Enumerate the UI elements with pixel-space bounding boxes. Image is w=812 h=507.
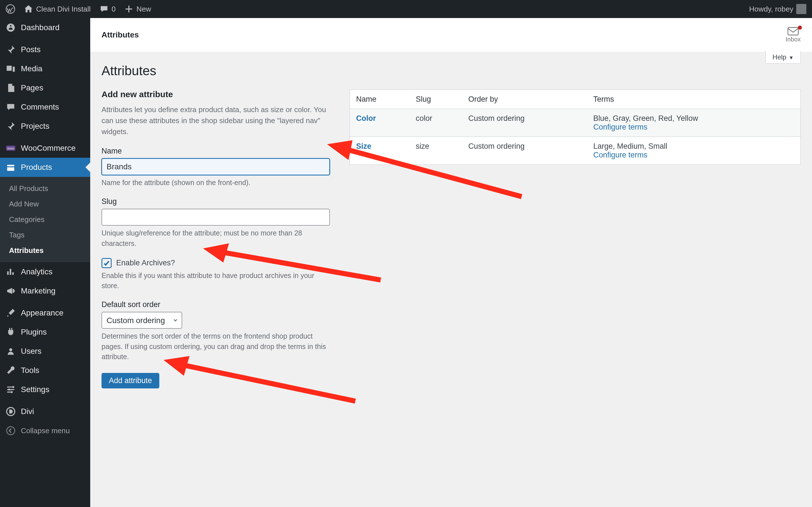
button-label: Add attribute — [109, 376, 152, 385]
configure-terms-link[interactable]: Configure terms — [593, 151, 647, 159]
add-attribute-button[interactable]: Add attribute — [101, 373, 159, 388]
account-link[interactable]: Howdy, robey — [749, 4, 806, 14]
sort-order-select[interactable]: Custom ordering — [101, 312, 182, 329]
form-intro: Attributes let you define extra product … — [101, 104, 330, 137]
attribute-terms: Large, Medium, Small — [593, 142, 667, 151]
comments-link[interactable]: 0 — [99, 4, 116, 14]
enable-archives-checkbox[interactable] — [101, 258, 112, 268]
new-content-link[interactable]: New — [124, 4, 151, 14]
sidebar-item-analytics[interactable]: Analytics — [0, 262, 90, 281]
sidebar-separator — [0, 300, 90, 303]
sidebar-item-label: Marketing — [21, 286, 56, 295]
inbox-icon — [788, 27, 799, 36]
analytics-icon — [6, 267, 16, 277]
archives-help: Enable this if you want this attribute t… — [101, 270, 330, 291]
wrench-icon — [6, 365, 16, 376]
attribute-name-link[interactable]: Size — [356, 142, 371, 151]
wordpress-icon — [6, 4, 15, 14]
howdy-text: Howdy, robey — [749, 5, 794, 13]
products-icon — [6, 162, 16, 172]
sort-help: Determines the sort order of the terms o… — [101, 331, 330, 362]
submenu-add-new[interactable]: Add New — [0, 196, 90, 212]
svg-point-6 — [11, 391, 13, 393]
sidebar-item-tools[interactable]: Tools — [0, 361, 90, 380]
help-tab[interactable]: Help▼ — [765, 51, 801, 64]
svg-point-5 — [8, 388, 10, 390]
th-orderby: Order by — [462, 90, 587, 109]
sidebar-item-label: Media — [21, 64, 42, 73]
th-name: Name — [350, 90, 410, 109]
pin-icon — [6, 121, 16, 131]
sidebar-item-pages[interactable]: Pages — [0, 78, 90, 98]
site-home-link[interactable]: Clean Divi Install — [24, 4, 91, 14]
sidebar-item-projects[interactable]: Projects — [0, 117, 90, 136]
submenu-categories[interactable]: Categories — [0, 212, 90, 227]
sidebar-item-divi[interactable]: Divi — [0, 402, 90, 421]
chevron-down-icon: ▼ — [789, 55, 794, 61]
slug-input[interactable] — [101, 209, 330, 226]
plus-icon — [124, 4, 134, 14]
sidebar-item-label: Analytics — [21, 267, 52, 276]
sidebar-item-plugins[interactable]: Plugins — [0, 323, 90, 342]
svg-rect-9 — [788, 27, 799, 35]
submenu-label: Attributes — [9, 246, 44, 255]
submenu-label: Tags — [9, 231, 24, 239]
sidebar-item-marketing[interactable]: Marketing — [0, 281, 90, 300]
main-content: Help▼ Attributes Add new attribute Attri… — [90, 52, 812, 507]
inbox-button[interactable]: Inbox — [785, 27, 801, 43]
sidebar-item-woocommerce[interactable]: woo WooCommerce — [0, 138, 90, 158]
admin-sidebar: Dashboard Posts Media Pages Comments Pro… — [0, 18, 90, 507]
attribute-name-link[interactable]: Color — [356, 114, 376, 122]
pages-icon — [6, 83, 16, 93]
attribute-slug: size — [410, 137, 462, 165]
collapse-menu[interactable]: Collapse menu — [0, 421, 90, 440]
header-title: Attributes — [101, 31, 139, 40]
wordpress-logo[interactable] — [6, 4, 15, 14]
configure-terms-link[interactable]: Configure terms — [593, 123, 647, 131]
sidebar-item-products[interactable]: Products — [0, 158, 90, 177]
sort-label: Default sort order — [101, 300, 330, 309]
sidebar-item-media[interactable]: Media — [0, 59, 90, 78]
sidebar-item-appearance[interactable]: Appearance — [0, 303, 90, 323]
sidebar-item-dashboard[interactable]: Dashboard — [0, 18, 90, 37]
dashboard-icon — [6, 22, 16, 33]
help-label: Help — [772, 53, 786, 61]
notification-dot-icon — [798, 25, 802, 30]
attribute-slug: color — [410, 109, 462, 137]
sidebar-item-label: Pages — [21, 83, 43, 93]
sidebar-item-label: Plugins — [21, 328, 47, 337]
sidebar-item-label: Products — [21, 163, 52, 172]
sidebar-item-comments[interactable]: Comments — [0, 98, 90, 117]
content-header: Attributes Inbox — [90, 18, 812, 52]
sidebar-item-users[interactable]: Users — [0, 342, 90, 361]
page-title: Attributes — [101, 63, 801, 78]
collapse-label: Collapse menu — [21, 427, 70, 435]
checkmark-icon — [103, 260, 110, 267]
name-input[interactable] — [101, 158, 330, 175]
sidebar-item-label: Appearance — [21, 308, 63, 318]
sidebar-item-posts[interactable]: Posts — [0, 40, 90, 59]
svg-text:woo: woo — [7, 147, 14, 151]
plugin-icon — [6, 327, 16, 337]
sidebar-separator — [0, 399, 90, 402]
slug-help: Unique slug/reference for the attribute;… — [101, 228, 330, 248]
attributes-table: Name Slug Order by Terms Color color Cus… — [350, 90, 801, 165]
sidebar-item-label: Users — [21, 347, 42, 356]
sidebar-item-label: Dashboard — [21, 23, 59, 32]
table-row: Color color Custom ordering Blue, Gray, … — [350, 109, 801, 137]
submenu-tags[interactable]: Tags — [0, 227, 90, 243]
svg-point-3 — [9, 348, 12, 351]
pin-icon — [6, 45, 16, 55]
svg-point-4 — [12, 386, 14, 388]
svg-point-8 — [7, 427, 15, 435]
submenu-all-products[interactable]: All Products — [0, 181, 90, 196]
submenu-label: All Products — [9, 184, 48, 193]
comments-count: 0 — [112, 5, 116, 13]
media-icon — [6, 64, 16, 74]
megaphone-icon — [6, 286, 16, 296]
submenu-attributes[interactable]: Attributes — [0, 243, 90, 258]
collapse-icon — [6, 426, 16, 436]
sidebar-item-settings[interactable]: Settings — [0, 380, 90, 399]
sidebar-item-label: Tools — [21, 366, 39, 375]
sidebar-item-label: Posts — [21, 45, 41, 54]
